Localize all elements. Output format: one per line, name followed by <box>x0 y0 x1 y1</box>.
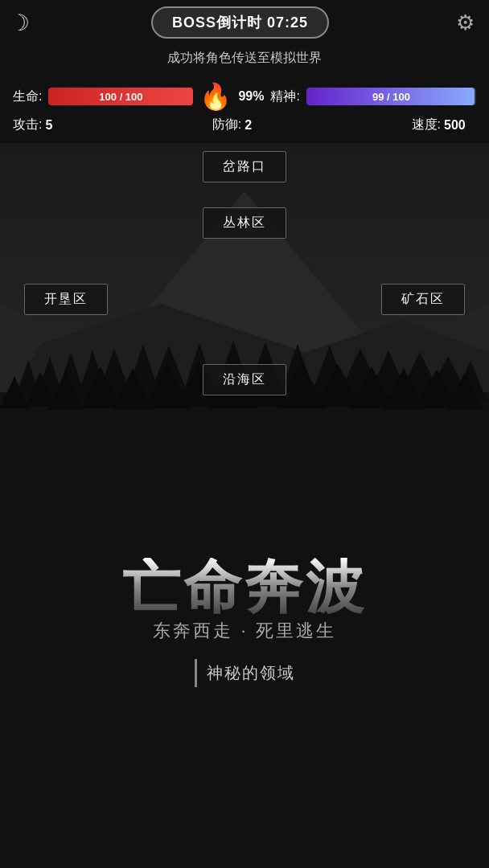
hp-label: 生命: <box>13 88 42 105</box>
atk-stat: 攻击: 5 <box>13 117 77 133</box>
jungle-button[interactable]: 丛林区 <box>203 207 286 239</box>
status-message: 成功将角色传送至模拟世界 <box>0 45 489 75</box>
mp-label: 精神: <box>270 88 299 105</box>
boss-timer-bar: BOSS倒计时 07:25 <box>151 6 329 39</box>
header: ☽ BOSS倒计时 07:25 ⚙ <box>0 0 489 45</box>
mystery-zone-container: 神秘的领域 <box>195 659 295 687</box>
flame-icon: 🔥 <box>199 81 232 112</box>
spd-stat: 速度: 500 <box>412 117 476 133</box>
map-section: 岔路口 丛林区 开垦区 矿石区 沿海区 <box>0 143 489 545</box>
moon-icon: ☽ <box>10 10 30 36</box>
mystery-zone-button[interactable]: 神秘的领域 <box>207 662 295 684</box>
stats-panel: 生命: 100 / 100 🔥 99% 精神: 99 / 100 攻击: 5 防… <box>0 75 489 143</box>
atk-label: 攻击: <box>13 117 42 133</box>
reclaim-button[interactable]: 开垦区 <box>24 284 108 315</box>
mine-button[interactable]: 矿石区 <box>381 284 465 315</box>
spd-label: 速度: <box>412 117 441 133</box>
settings-icon[interactable]: ⚙ <box>450 8 479 37</box>
spd-value: 500 <box>444 118 476 133</box>
branding-section: 亡命奔波 东奔西走 · 死里逃生 神秘的领域 <box>0 545 489 687</box>
hp-bar: 100 / 100 <box>48 88 193 105</box>
def-stat: 防御: 2 <box>212 117 277 133</box>
mp-bar: 99 / 100 <box>306 88 476 105</box>
stats-row-2: 攻击: 5 防御: 2 速度: 500 <box>13 117 476 133</box>
landscape-svg <box>0 143 489 545</box>
coastal-button[interactable]: 沿海区 <box>203 364 286 395</box>
crossroads-button[interactable]: 岔路口 <box>203 151 286 182</box>
mp-bar-text: 99 / 100 <box>372 91 410 103</box>
def-label: 防御: <box>212 117 241 133</box>
def-value: 2 <box>244 118 277 133</box>
hp-percent: 99% <box>238 89 264 104</box>
game-title-main: 亡命奔波 <box>122 558 367 616</box>
game-title-sub: 东奔西走 · 死里逃生 <box>153 619 335 643</box>
hp-bar-text: 100 / 100 <box>99 91 142 103</box>
stats-row-hp-mp: 生命: 100 / 100 🔥 99% 精神: 99 / 100 <box>13 81 476 112</box>
svg-rect-5 <box>0 392 489 545</box>
atk-value: 5 <box>45 118 77 133</box>
